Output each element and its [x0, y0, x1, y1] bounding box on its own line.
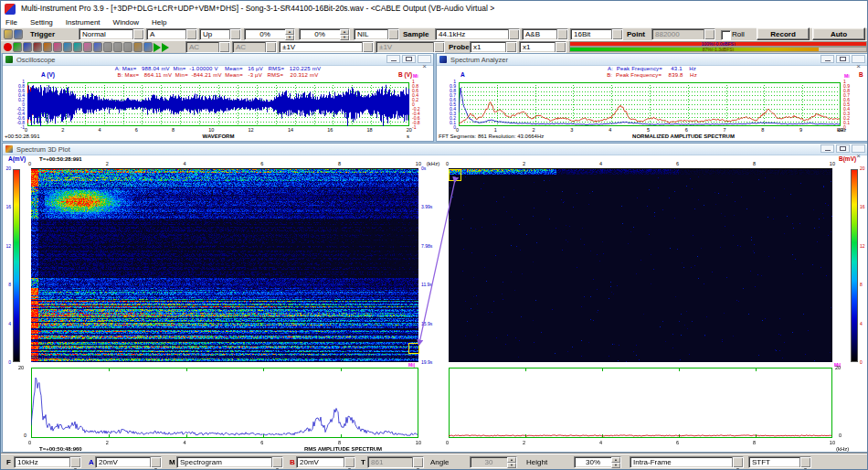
tick-label: 0s	[421, 166, 426, 171]
menu-item-instrument[interactable]: Instrument	[66, 18, 101, 27]
minimize-icon[interactable]	[386, 55, 400, 63]
menu-item-help[interactable]: Help	[152, 18, 166, 27]
amplitude-b-select[interactable]: 20mV	[296, 456, 355, 468]
trigger-edge-select[interactable]: Up	[199, 28, 241, 40]
menu-item-window[interactable]: Window	[113, 18, 139, 27]
probe-b-select[interactable]: x1	[519, 41, 566, 53]
minimize-icon[interactable]	[820, 55, 834, 63]
calibration-icon[interactable]	[133, 42, 143, 52]
record-icon[interactable]	[4, 43, 12, 51]
chevron-down-icon[interactable]	[555, 42, 566, 52]
close-icon[interactable]	[418, 55, 431, 63]
bit-depth-select[interactable]: 16Bit	[570, 28, 623, 40]
trigger-source-select[interactable]: A	[146, 28, 197, 40]
amplitude-a-select[interactable]: 20mV	[95, 456, 162, 468]
time-axis: 0s3.99s7.98s11.9s15.9s19.9s	[421, 166, 443, 365]
spectrum-3d-panel-titlebar[interactable]: Spectrum 3D Plot	[3, 144, 867, 155]
selection-box-source[interactable]	[408, 343, 419, 354]
chevron-down-icon	[265, 42, 276, 52]
frame-mode-select[interactable]: Intra-Frame	[630, 456, 744, 468]
auto-button[interactable]: Auto	[812, 27, 865, 40]
roll-checkbox[interactable]	[721, 30, 731, 40]
maximize-icon[interactable]	[836, 144, 850, 153]
height-spinner[interactable]: 30%▲▼	[574, 456, 621, 468]
range-a-select[interactable]: ±1V	[279, 41, 374, 53]
app-icon	[5, 4, 16, 15]
transform-select[interactable]: STFT	[748, 456, 811, 468]
menu-item-setting[interactable]: Setting	[30, 18, 53, 27]
spec-x-unit: kHz	[837, 127, 846, 133]
sound-volume-icon[interactable]	[143, 42, 153, 52]
maximize-icon[interactable]	[402, 55, 416, 63]
oscilloscope-panel: Oscilloscope A: Max= 988.04 mV Min= -1.0…	[2, 53, 434, 142]
range-a-label: A	[89, 458, 94, 466]
pause-icon[interactable]	[103, 42, 112, 52]
chevron-down-icon[interactable]	[505, 42, 516, 52]
chevron-down-icon[interactable]	[150, 457, 161, 467]
chevron-down-icon[interactable]	[69, 457, 80, 467]
open-file-icon[interactable]	[4, 29, 13, 39]
spectrum-analyzer-panel-titlebar[interactable]: Spectrum Analyzer	[437, 54, 867, 66]
chevron-down-icon[interactable]	[229, 29, 240, 39]
chevron-down-icon[interactable]	[508, 29, 519, 39]
zoom-a-icon[interactable]	[113, 42, 122, 52]
tick-label: 1	[494, 127, 497, 133]
chevron-down-icon[interactable]	[611, 29, 622, 39]
tick-label: 16	[327, 127, 333, 133]
data-logger-icon[interactable]	[63, 42, 72, 52]
record-button[interactable]: Record	[757, 27, 810, 40]
sample-rate-select[interactable]: 44.1kHz	[435, 28, 520, 40]
chevron-down-icon[interactable]	[799, 457, 810, 467]
close-icon[interactable]	[852, 55, 865, 63]
oscilloscope-icon[interactable]	[23, 42, 32, 52]
chevron-down-icon[interactable]	[387, 29, 398, 39]
selection-box-target[interactable]	[449, 169, 461, 181]
chevron-down-icon[interactable]	[271, 457, 282, 467]
oscilloscope-panel-titlebar[interactable]: Oscilloscope	[3, 54, 433, 66]
osc-x-axis: 02468101214161820	[25, 127, 412, 133]
rms-spectrum-a	[31, 368, 418, 438]
chevron-down-icon	[433, 42, 444, 52]
spectrum-analyzer-icon[interactable]	[43, 42, 52, 52]
save-icon[interactable]	[14, 29, 23, 39]
chevron-down-icon[interactable]	[344, 457, 355, 467]
chevron-down-icon[interactable]	[362, 42, 373, 52]
spin-down-icon[interactable]: ▼	[611, 463, 620, 468]
zoom-b-icon[interactable]	[123, 42, 132, 52]
frequency-range-select[interactable]: 10kHz	[14, 456, 81, 468]
close-icon[interactable]	[852, 144, 865, 153]
run-stop-icon[interactable]	[13, 42, 22, 52]
trigger-mode-select[interactable]: Normal	[79, 28, 144, 40]
play-selection-icon[interactable]	[162, 43, 169, 52]
tick-label: 8	[172, 127, 175, 133]
chevron-down-icon[interactable]	[732, 457, 743, 467]
probe-a-select[interactable]: x1	[470, 41, 517, 53]
colorbar-b	[851, 169, 858, 362]
instrument-toolbar-icons	[4, 42, 169, 52]
tick-label: 10	[416, 440, 421, 445]
colorbar-a	[13, 169, 20, 362]
play-icon[interactable]	[153, 43, 161, 52]
hpf-select[interactable]: NIL	[354, 28, 399, 40]
plot-mode-select[interactable]: Spectrogram	[176, 456, 283, 468]
trigger-level-spinner[interactable]: 0%▲▼	[244, 28, 295, 40]
multimeter-icon[interactable]	[33, 42, 42, 52]
tick-label: 2	[106, 440, 109, 445]
chevron-down-icon[interactable]	[556, 29, 567, 39]
spectrum-3d-plot-icon[interactable]	[53, 42, 62, 52]
device-test-plan-icon[interactable]	[83, 42, 92, 52]
chevron-down-icon[interactable]	[185, 29, 196, 39]
menu-item-file[interactable]: File	[5, 18, 17, 27]
signal-generator-icon[interactable]	[73, 42, 82, 52]
chevron-down-icon[interactable]	[132, 29, 143, 39]
minimize-icon[interactable]	[820, 144, 834, 153]
channels-select[interactable]: A&B	[522, 28, 568, 40]
trigger-delay-spinner[interactable]: 0%▲▼	[299, 28, 350, 40]
spec-marker-label[interactable]: Mi	[844, 74, 850, 79]
colorbar-b-scale: 201612840	[860, 166, 868, 365]
tick-label: 4	[609, 127, 611, 133]
osc-marker-label[interactable]: Mi	[413, 74, 418, 79]
title-bar[interactable]: Multi-Instrument Pro 3.9 - [+3DP+DLG+LCR…	[1, 1, 867, 18]
lcr-meter-icon[interactable]	[93, 42, 102, 52]
maximize-icon[interactable]	[836, 55, 850, 63]
